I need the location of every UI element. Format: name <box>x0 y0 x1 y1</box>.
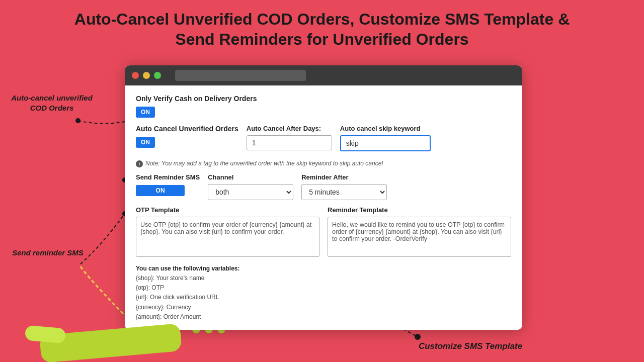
browser-window: Only Verify Cash on Delivery Orders ON A… <box>125 65 522 330</box>
page-title: Auto-Cancel Unverified COD Orders, Custo… <box>0 0 644 54</box>
var4: {currency}: Currency <box>136 303 511 312</box>
var5: {amount}: Order Amount <box>136 312 511 322</box>
url-bar <box>175 70 306 81</box>
toggle1-row: ON <box>136 107 511 118</box>
cancel-days-label: Auto Cancel After Days: <box>247 125 332 132</box>
traffic-light-green[interactable] <box>154 72 161 79</box>
browser-titlebar <box>125 65 522 85</box>
info-icon: i <box>136 160 143 167</box>
skip-keyword-input[interactable] <box>340 135 431 151</box>
templates-row: OTP Template Use OTP {otp} to confirm yo… <box>136 206 511 259</box>
annotation-auto-cancel: Auto-cancel unverified COD Orders <box>9 93 95 113</box>
browser-content: Only Verify Cash on Delivery Orders ON A… <box>125 85 522 330</box>
var1: {shop}: Your store's name <box>136 274 511 283</box>
variables-title: You can use the following variables: <box>136 265 511 272</box>
var2: {otp}: OTP <box>136 283 511 293</box>
otp-template-label: OTP Template <box>136 206 319 214</box>
channel-label: Channel <box>208 173 293 181</box>
channel-select[interactable]: both SMS WhatsApp <box>208 184 293 200</box>
cancel-days-input[interactable] <box>247 135 332 150</box>
skip-keyword-label: Auto cancel skip keyword <box>340 125 431 132</box>
green-blob2-decoration <box>25 325 66 344</box>
traffic-light-red[interactable] <box>132 72 139 79</box>
section2-title: Auto Cancel Unverified Orders <box>136 125 238 133</box>
otp-template-textarea[interactable]: Use OTP {otp} to confirm your order of {… <box>136 217 319 257</box>
reminder-template-textarea[interactable]: Hello, we would like to remind you to us… <box>328 217 511 257</box>
reminder-template-group: Reminder Template Hello, we would like t… <box>328 206 511 259</box>
toggle1-button[interactable]: ON <box>136 107 155 118</box>
var3: {url}: One click verification URL <box>136 293 511 302</box>
variables-section: You can use the following variables: {sh… <box>136 265 511 322</box>
reminder-after-label: Reminder After <box>301 173 387 181</box>
toggle2-button[interactable]: ON <box>136 137 155 148</box>
reminder-template-label: Reminder Template <box>328 206 511 214</box>
reminder-row: Send Reminder SMS ON Channel both SMS Wh… <box>136 173 511 200</box>
note-text: i Note: You may add a tag to the unverif… <box>136 160 511 167</box>
svg-point-4 <box>415 334 421 340</box>
traffic-light-yellow[interactable] <box>143 72 150 79</box>
section1-title: Only Verify Cash on Delivery Orders <box>136 95 511 103</box>
svg-point-0 <box>75 118 80 123</box>
annotation-send-reminder: Send reminder SMS <box>5 248 91 258</box>
otp-template-group: OTP Template Use OTP {otp} to confirm yo… <box>136 206 319 259</box>
toggle3-button[interactable]: ON <box>136 185 185 196</box>
send-reminder-label: Send Reminder SMS <box>136 173 200 181</box>
reminder-after-select[interactable]: 5 minutes 10 minutes 15 minutes 30 minut… <box>301 184 387 200</box>
annotation-customize-sms: Customize SMS Template <box>408 341 533 352</box>
auto-cancel-row: Auto Cancel Unverified Orders ON Auto Ca… <box>136 125 511 155</box>
toggle2-row: ON <box>136 137 238 148</box>
